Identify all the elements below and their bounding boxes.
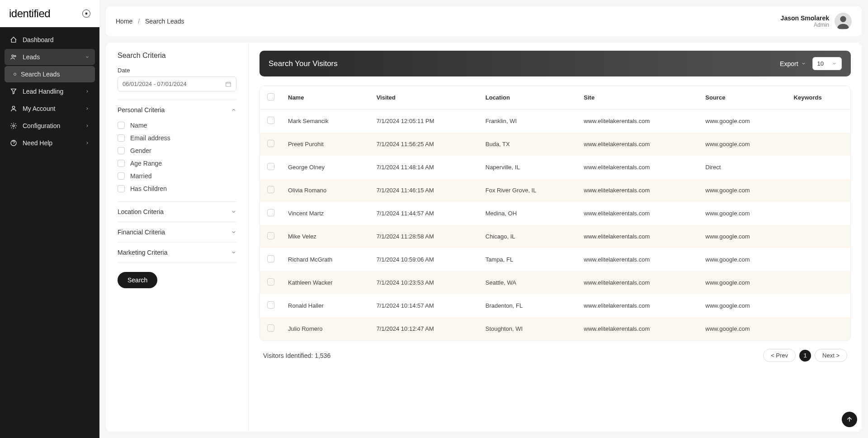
sidebar-item-lead-handling[interactable]: Lead Handling <box>5 83 95 100</box>
cell-location: Franklin, WI <box>479 110 578 133</box>
row-checkbox[interactable] <box>267 324 274 332</box>
export-button[interactable]: Export <box>780 60 806 67</box>
criteria-section-label: Marketing Criteria <box>118 249 167 256</box>
date-label: Date <box>118 67 236 74</box>
table-row[interactable]: Vincent Martz7/1/2024 11:44:57 AMMedina,… <box>260 202 850 225</box>
prev-button[interactable]: < Prev <box>763 349 796 362</box>
sidebar-item-configuration[interactable]: Configuration <box>5 118 95 134</box>
criteria-section-location: Location Criteria <box>118 202 236 222</box>
cell-location: Tampa, FL <box>479 248 578 271</box>
cell-source: www.google.com <box>699 317 787 340</box>
user-icon <box>10 105 17 112</box>
cell-source: www.google.com <box>699 179 787 202</box>
pagination: < Prev 1 Next > <box>763 349 847 362</box>
cell-visited: 7/1/2024 10:12:47 AM <box>370 317 479 340</box>
col-source[interactable]: Source <box>699 86 787 110</box>
table-row[interactable]: Mark Semancik7/1/2024 12:05:11 PMFrankli… <box>260 110 850 133</box>
table-row[interactable]: Julio Romero7/1/2024 10:12:47 AMStoughto… <box>260 317 850 340</box>
select-all-checkbox[interactable] <box>267 93 274 100</box>
sidebar-item-label: Configuration <box>23 122 85 129</box>
row-checkbox[interactable] <box>267 186 274 193</box>
calendar-icon <box>225 81 231 87</box>
row-checkbox[interactable] <box>267 301 274 309</box>
criteria-option[interactable]: Email address <box>118 132 236 144</box>
table-row[interactable]: Preeti Purohit7/1/2024 11:56:25 AMBuda, … <box>260 133 850 156</box>
row-checkbox[interactable] <box>267 255 274 262</box>
cell-visited: 7/1/2024 10:59:06 AM <box>370 248 479 271</box>
page-size-value: 10 <box>817 60 824 67</box>
checkbox[interactable] <box>118 160 125 167</box>
cell-source: www.google.com <box>699 294 787 317</box>
col-location[interactable]: Location <box>479 86 578 110</box>
col-keywords[interactable]: Keywords <box>788 86 850 110</box>
criteria-option[interactable]: Name <box>118 119 236 132</box>
page-size-select[interactable]: 10 <box>812 57 842 70</box>
cell-visited: 7/1/2024 11:44:57 AM <box>370 202 479 225</box>
row-checkbox[interactable] <box>267 117 274 124</box>
criteria-option[interactable]: Gender <box>118 144 236 157</box>
cell-site: www.elitelakerentals.com <box>577 294 699 317</box>
scroll-top-button[interactable] <box>842 412 857 427</box>
current-page[interactable]: 1 <box>799 350 811 362</box>
checkbox[interactable] <box>118 134 125 142</box>
next-button[interactable]: Next > <box>815 349 847 362</box>
table-row[interactable]: Mike Velez7/1/2024 11:28:58 AMChicago, I… <box>260 225 850 248</box>
target-icon[interactable] <box>82 10 90 18</box>
row-checkbox[interactable] <box>267 278 274 286</box>
checkbox[interactable] <box>118 172 125 180</box>
cell-name: Mike Velez <box>282 225 370 248</box>
cell-source: www.google.com <box>699 225 787 248</box>
date-range-input[interactable]: 06/01/2024 - 07/01/2024 <box>118 76 236 91</box>
search-button[interactable]: Search <box>118 272 157 288</box>
col-name[interactable]: Name <box>282 86 370 110</box>
chevron-right-icon <box>85 124 90 128</box>
breadcrumb-home[interactable]: Home <box>116 18 132 25</box>
sidebar-item-label: Dashboard <box>23 36 90 43</box>
cell-keywords <box>788 271 850 294</box>
table-row[interactable]: Olivia Romano7/1/2024 11:46:15 AMFox Riv… <box>260 179 850 202</box>
cell-keywords <box>788 110 850 133</box>
row-checkbox[interactable] <box>267 232 274 239</box>
cell-location: Bradenton, FL <box>479 294 578 317</box>
cell-visited: 7/1/2024 11:46:15 AM <box>370 179 479 202</box>
sidebar-item-dashboard[interactable]: Dashboard <box>5 32 95 48</box>
criteria-header-location[interactable]: Location Criteria <box>118 208 236 215</box>
user-area[interactable]: Jason Smolarek Admin <box>781 13 852 30</box>
sidebar-item-leads[interactable]: Leads <box>5 49 95 65</box>
cell-name: Preeti Purohit <box>282 133 370 156</box>
cell-source: www.google.com <box>699 248 787 271</box>
criteria-section-personal: Personal Criteria NameEmail addressGende… <box>118 100 236 201</box>
arrow-up-icon <box>846 416 853 423</box>
checkbox[interactable] <box>118 185 125 192</box>
sidebar-item-my-account[interactable]: My Account <box>5 100 95 117</box>
cell-location: Chicago, IL <box>479 225 578 248</box>
criteria-section-marketing: Marketing Criteria <box>118 243 236 262</box>
table-row[interactable]: George Olney7/1/2024 11:48:14 AMNapervil… <box>260 156 850 179</box>
criteria-header-marketing[interactable]: Marketing Criteria <box>118 249 236 256</box>
sidebar-item-need-help[interactable]: Need Help <box>5 135 95 151</box>
cell-location: Stoughton, WI <box>479 317 578 340</box>
row-checkbox[interactable] <box>267 209 274 216</box>
criteria-option[interactable]: Has Children <box>118 182 236 195</box>
criteria-header-personal[interactable]: Personal Criteria <box>118 106 236 114</box>
row-checkbox[interactable] <box>267 140 274 147</box>
gear-icon <box>10 122 17 129</box>
col-visited[interactable]: Visited <box>370 86 479 110</box>
row-checkbox[interactable] <box>267 163 274 170</box>
cell-source: www.google.com <box>699 133 787 156</box>
table-row[interactable]: Kathleen Wacker7/1/2024 10:23:53 AMSeatt… <box>260 271 850 294</box>
cell-visited: 7/1/2024 10:23:53 AM <box>370 271 479 294</box>
table-row[interactable]: Ronald Haller7/1/2024 10:14:57 AMBradent… <box>260 294 850 317</box>
avatar[interactable] <box>835 13 852 30</box>
table-row[interactable]: Richard McGrath7/1/2024 10:59:06 AMTampa… <box>260 248 850 271</box>
col-site[interactable]: Site <box>577 86 699 110</box>
criteria-option[interactable]: Age Range <box>118 157 236 170</box>
chevron-down-icon <box>231 229 236 235</box>
checkbox[interactable] <box>118 147 125 154</box>
cell-name: Julio Romero <box>282 317 370 340</box>
criteria-header-financial[interactable]: Financial Criteria <box>118 229 236 236</box>
checkbox[interactable] <box>118 122 125 129</box>
sidebar-item-search-leads[interactable]: Search Leads <box>5 66 95 82</box>
sidebar-item-label: Lead Handling <box>23 88 85 95</box>
criteria-option[interactable]: Married <box>118 170 236 182</box>
